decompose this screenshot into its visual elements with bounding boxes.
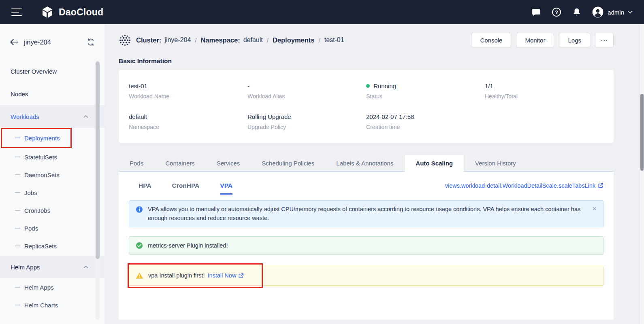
dash-icon (15, 228, 20, 229)
top-bar: DaoCloud ? admin (0, 0, 644, 24)
sidebar-item-workloads[interactable]: Workloads (0, 105, 104, 128)
breadcrumb-namespace-value[interactable]: default (243, 36, 263, 44)
more-actions-button[interactable]: ⋯ (595, 33, 614, 47)
external-link-icon (238, 273, 244, 279)
field-value: 1/1 (485, 83, 603, 89)
sidebar-scrollbar-thumb[interactable] (96, 61, 100, 259)
sidebar-item-replicasets[interactable]: ReplicaSets (0, 237, 104, 255)
breadcrumb-item: test-01 (324, 36, 344, 44)
cluster-dots-icon (119, 34, 131, 47)
tab-pods[interactable]: Pods (119, 155, 154, 171)
dash-icon (15, 174, 20, 175)
notifications-bell-icon[interactable] (572, 7, 582, 17)
sidebar-item-daemonsets[interactable]: DaemonSets (0, 166, 104, 184)
metrics-server-text: metrics-server Plugin installed! (148, 241, 228, 250)
tab-containers[interactable]: Containers (154, 155, 206, 171)
tab-labels-annotations[interactable]: Labels & Annotations (325, 155, 404, 171)
field-value: default (129, 113, 247, 120)
external-link-icon (598, 183, 603, 188)
switch-cluster-icon[interactable] (87, 38, 95, 46)
topbar-actions: ? admin (531, 6, 633, 18)
dash-icon (15, 138, 20, 138)
detail-tabs: Pods Containers Services Scheduling Poli… (119, 155, 614, 172)
main-content: Cluster: jinye-204 / Namespace: default … (104, 24, 639, 324)
field-label: Status (366, 93, 485, 100)
sidebar-menu: Cluster Overview Nodes Workloads Deploym… (0, 60, 104, 314)
sidebar-item-jobs[interactable]: Jobs (0, 184, 104, 201)
tab-scheduling-policies[interactable]: Scheduling Policies (251, 155, 325, 171)
breadcrumb-cluster-value[interactable]: jinye-204 (164, 36, 191, 44)
sidebar-item-cluster-overview[interactable]: Cluster Overview (0, 60, 104, 83)
sidebar-item-cronjobs[interactable]: CronJobs (0, 201, 104, 219)
close-icon[interactable]: × (585, 205, 597, 212)
basic-info-title: Basic Information (119, 57, 614, 65)
sidebar-item-nodes[interactable]: Nodes (0, 83, 104, 105)
messages-icon[interactable] (531, 7, 541, 17)
sidebar-item-pods[interactable]: Pods (0, 219, 104, 237)
sidebar-item-label: Nodes (11, 91, 28, 97)
sidebar-item-helm-charts[interactable]: Helm Charts (0, 296, 104, 314)
field-workload-alias: - Workload Alias (247, 83, 366, 100)
sidebar-scrollbar[interactable] (96, 61, 100, 320)
basic-info-card: test-01 Workload Name - Workload Alias R… (119, 70, 614, 143)
status-text: Running (373, 83, 396, 89)
breadcrumb: Cluster: jinye-204 / Namespace: default … (119, 32, 614, 48)
user-menu[interactable]: admin (592, 6, 633, 18)
subtab-vpa[interactable]: VPA (220, 182, 232, 189)
tab-version-history[interactable]: Version History (464, 155, 527, 171)
back-arrow-icon[interactable] (10, 38, 18, 46)
basic-info-grid: test-01 Workload Name - Workload Alias R… (129, 83, 603, 130)
page-scrollbar[interactable] (639, 24, 644, 324)
breadcrumb-section[interactable]: Deployments (273, 36, 315, 44)
field-creation-time: 2024-02-07 17:58 Creation time (366, 113, 485, 130)
sidebar-header: jinye-204 (0, 24, 104, 60)
tab-auto-scaling[interactable]: Auto Scaling (404, 155, 464, 172)
monitor-button[interactable]: Monitor (516, 33, 554, 47)
install-now-link[interactable]: Install Now (207, 271, 244, 280)
field-value: - (247, 83, 366, 89)
scaling-subtabs: HPA CronHPA VPA views.workload-detail.Wo… (129, 182, 603, 189)
sidebar-item-label: Jobs (24, 189, 37, 196)
brand[interactable]: DaoCloud (41, 5, 103, 19)
menu-toggle-icon[interactable] (11, 8, 22, 16)
field-label: Namespace (129, 124, 247, 130)
field-status: Running Status (366, 83, 485, 100)
page-scrollbar-thumb[interactable] (640, 94, 644, 171)
dash-icon (15, 305, 20, 305)
dash-icon (15, 210, 20, 211)
sidebar-item-label: Helm Apps (11, 264, 40, 271)
breadcrumb-separator: / (267, 37, 269, 44)
tab-services[interactable]: Services (206, 155, 251, 171)
subtab-cronhpa[interactable]: CronHPA (172, 182, 200, 189)
sidebar: jinye-204 Cluster Overview Nodes Workloa… (0, 24, 104, 324)
workload-actions: Console Monitor Logs ⋯ (471, 33, 614, 47)
status-running-dot (366, 84, 370, 88)
sidebar-item-helm-apps-group[interactable]: Helm Apps (0, 256, 104, 278)
subtab-hpa[interactable]: HPA (139, 182, 151, 189)
sidebar-item-label: Helm Charts (24, 302, 58, 309)
svg-text:?: ? (555, 10, 558, 15)
scale-tabs-link[interactable]: views.workload-detail.WorkloadDetailScal… (445, 182, 603, 189)
logs-button[interactable]: Logs (559, 33, 590, 47)
user-caret-icon (628, 11, 633, 14)
dash-icon (15, 287, 20, 288)
dash-icon (15, 192, 20, 193)
console-button[interactable]: Console (471, 33, 511, 47)
metrics-server-alert: metrics-server Plugin installed! (129, 236, 603, 255)
sidebar-item-label: CronJobs (24, 207, 50, 214)
sidebar-item-deployments[interactable]: Deployments (0, 128, 104, 148)
sidebar-item-label: Deployments (24, 135, 60, 142)
help-icon[interactable]: ? (551, 7, 562, 17)
field-namespace: default Namespace (129, 113, 247, 130)
auto-scaling-panel: HPA CronHPA VPA views.workload-detail.Wo… (119, 172, 614, 320)
sidebar-item-helm-apps[interactable]: Helm Apps (0, 278, 104, 296)
scale-tabs-link-text: views.workload-detail.WorkloadDetailScal… (445, 182, 595, 189)
warning-triangle-icon (136, 272, 143, 279)
vpa-info-alert: VPA allows you to manually or automatica… (129, 200, 603, 227)
field-value: Running (366, 83, 485, 89)
info-icon (136, 206, 143, 213)
field-value: 2024-02-07 17:58 (366, 113, 485, 120)
sidebar-item-statefulsets[interactable]: StatefulSets (0, 148, 104, 166)
breadcrumb-separator: / (319, 37, 320, 44)
chevron-up-icon (83, 115, 88, 118)
